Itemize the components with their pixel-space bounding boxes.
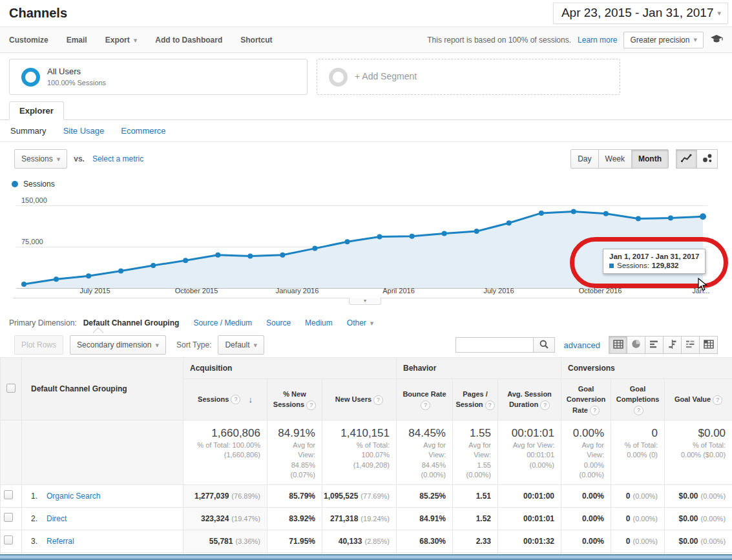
- advanced-search-link[interactable]: advanced: [564, 340, 600, 350]
- data-point[interactable]: [539, 211, 544, 216]
- term-cloud-view-button[interactable]: [681, 336, 700, 354]
- help-icon[interactable]: ?: [485, 400, 495, 410]
- data-point[interactable]: [215, 253, 220, 258]
- sort-type-dropdown[interactable]: Default ▾: [218, 335, 264, 355]
- data-point[interactable]: [21, 282, 26, 287]
- select-all-checkbox[interactable]: [6, 384, 16, 393]
- add-segment-button[interactable]: + Add Segment: [317, 59, 620, 95]
- data-point[interactable]: [636, 216, 641, 222]
- granularity-week[interactable]: Week: [598, 149, 632, 169]
- secondary-dimension-dropdown[interactable]: Secondary dimension ▾: [70, 335, 166, 355]
- toolbar-item-email[interactable]: Email: [67, 36, 87, 45]
- comparison-view-button[interactable]: [663, 336, 682, 354]
- totals-goal-conversion-rate: 0.00%Avg for View: 0.00% (0.00%): [561, 420, 611, 485]
- select-metric-link[interactable]: Select a metric: [92, 154, 143, 163]
- date-range-selector[interactable]: Apr 23, 2015 - Jan 31, 2017 ▾: [553, 3, 728, 24]
- tab-explorer[interactable]: Explorer: [9, 101, 64, 120]
- subtab-site-usage[interactable]: Site Usage: [63, 126, 105, 136]
- data-point[interactable]: [183, 258, 188, 263]
- toolbar-item-customize[interactable]: Customize: [9, 36, 48, 45]
- toolbar-item-add-to-dashboard[interactable]: Add to Dashboard: [155, 36, 222, 45]
- data-point[interactable]: [377, 234, 382, 240]
- data-point[interactable]: [571, 209, 576, 214]
- search-icon: [539, 339, 549, 351]
- help-icon[interactable]: ?: [540, 400, 550, 410]
- data-point[interactable]: [668, 216, 673, 221]
- column-header-goal-value[interactable]: Goal Value?: [665, 379, 732, 420]
- data-point[interactable]: [247, 254, 253, 259]
- data-point[interactable]: [474, 229, 479, 234]
- data-point[interactable]: [151, 263, 156, 268]
- vs-label: vs.: [74, 154, 85, 163]
- help-icon[interactable]: ?: [231, 395, 240, 404]
- column-header-avg-session-duration[interactable]: Avg. Session Duration?: [498, 379, 561, 420]
- channel-link-direct[interactable]: Direct: [47, 514, 67, 523]
- toolbar-item-export[interactable]: Export▾: [105, 36, 138, 45]
- table-view-button[interactable]: [609, 336, 627, 354]
- precision-dropdown[interactable]: Greater precision ▾: [623, 32, 704, 48]
- percentage-view-icon: [631, 339, 641, 351]
- subtab-summary[interactable]: Summary: [10, 126, 47, 136]
- help-icon[interactable]: ?: [634, 406, 643, 415]
- pivot-view-button[interactable]: [699, 336, 718, 354]
- totals-goal-value: $0.00% of Total: 0.00% ($0.00): [665, 420, 732, 485]
- column-header-bounce-rate[interactable]: Bounce Rate?: [397, 379, 453, 420]
- row-checkbox[interactable]: [4, 535, 13, 544]
- dimension-link-source[interactable]: Source: [266, 318, 291, 327]
- data-point[interactable]: [312, 246, 317, 251]
- plot-rows-button[interactable]: Plot Rows: [14, 335, 63, 355]
- sort-type-label: Sort Type:: [176, 340, 211, 349]
- channel-cell: 2.Direct: [22, 507, 183, 530]
- data-point[interactable]: [280, 253, 285, 258]
- dimension-link-source-medium[interactable]: Source / Medium: [193, 318, 252, 327]
- channel-link-referral[interactable]: Referral: [47, 537, 74, 546]
- data-point[interactable]: [603, 211, 609, 216]
- dimension-column-header[interactable]: Default Channel Grouping: [22, 358, 183, 420]
- metric-selector[interactable]: Sessions ▾: [14, 149, 67, 169]
- data-point[interactable]: [507, 220, 512, 225]
- search-button[interactable]: [533, 337, 555, 353]
- help-icon[interactable]: ?: [590, 406, 600, 415]
- column-header-sessions[interactable]: Sessions?↓: [183, 379, 267, 420]
- column-header-pages-session[interactable]: Pages / Session?: [453, 379, 498, 420]
- help-icon[interactable]: ?: [306, 400, 316, 410]
- secondary-dimension-label: Secondary dimension: [77, 340, 151, 349]
- column-header-new-users[interactable]: New Users?: [322, 379, 397, 420]
- segment-all-users[interactable]: All Users 100.00% Sessions: [9, 59, 308, 95]
- percentage-view-button[interactable]: [627, 336, 645, 354]
- toolbar-item-shortcut[interactable]: Shortcut: [240, 36, 272, 45]
- data-point[interactable]: [54, 276, 59, 282]
- data-point[interactable]: [442, 231, 447, 236]
- help-icon[interactable]: ?: [421, 400, 430, 410]
- column-header-goal-conversion-rate[interactable]: Goal Conversion Rate?: [561, 379, 611, 420]
- performance-view-button[interactable]: [645, 336, 664, 354]
- data-point[interactable]: [700, 213, 706, 220]
- data-point[interactable]: [118, 269, 123, 274]
- learn-more-link[interactable]: Learn more: [578, 36, 617, 45]
- motion-chart-button[interactable]: [696, 149, 718, 169]
- timeline-collapse-handle[interactable]: ▾: [349, 298, 381, 305]
- help-icon[interactable]: ?: [713, 395, 722, 405]
- metric-cell-avg-session-duration: 00:01:00: [498, 484, 561, 507]
- channel-link-organic-search[interactable]: Organic Search: [47, 492, 100, 501]
- row-checkbox[interactable]: [4, 490, 13, 499]
- data-point[interactable]: [345, 239, 350, 244]
- granularity-day[interactable]: Day: [570, 149, 598, 169]
- line-chart-button[interactable]: [676, 149, 697, 169]
- column-header-new-sessions[interactable]: % New Sessions?: [267, 379, 322, 420]
- help-icon[interactable]: ?: [373, 395, 383, 405]
- data-point[interactable]: [86, 273, 91, 278]
- row-checkbox[interactable]: [4, 513, 13, 522]
- granularity-month[interactable]: Month: [631, 149, 669, 169]
- data-point[interactable]: [410, 234, 415, 239]
- column-header-goal-completions[interactable]: Goal Completions?: [611, 379, 665, 420]
- metric-cell-new-users: 1,095,525(77.69%): [322, 484, 397, 507]
- graduation-cap-icon[interactable]: [710, 34, 723, 46]
- search-input[interactable]: [455, 337, 533, 353]
- dimension-link-medium[interactable]: Medium: [305, 318, 333, 327]
- x-tick-label: July 2015: [79, 287, 110, 295]
- subtab-ecommerce[interactable]: Ecommerce: [121, 126, 165, 136]
- dimension-other-dropdown[interactable]: Other ▾: [347, 318, 374, 327]
- sort-descending-icon[interactable]: ↓: [248, 395, 253, 404]
- dimension-default-channel-grouping[interactable]: Default Channel Grouping: [83, 318, 180, 327]
